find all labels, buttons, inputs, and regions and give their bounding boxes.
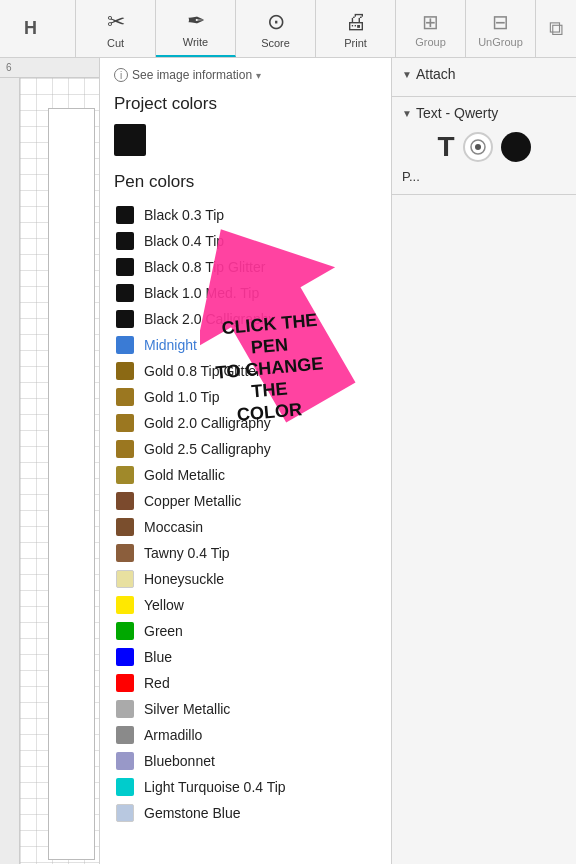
canvas-grid[interactable] [20,78,99,864]
color-list-item[interactable]: Green [114,618,377,644]
text-qwerty-label: Text - Qwerty [416,105,498,121]
color-list-item[interactable]: Gold 2.5 Calligraphy [114,436,377,462]
score-label: Score [261,37,290,49]
canvas-area: 6 [0,58,100,864]
color-list-item[interactable]: Gold 2.0 Calligraphy [114,410,377,436]
project-colors-title: Project colors [114,94,377,114]
toolbar-tools: ✂ Cut ✒ Write ⊙ Score 🖨 Print [76,0,396,57]
color-list-item[interactable]: Black 0.4 Tip [114,228,377,254]
cut-label: Cut [107,37,124,49]
color-dot [116,778,134,796]
pen-colors-section: Pen colors Black 0.3 TipBlack 0.4 TipBla… [114,172,377,826]
color-list-item[interactable]: Gold Metallic [114,462,377,488]
color-list-item[interactable]: Bluebonnet [114,748,377,774]
action-group[interactable]: ⊞ Group [396,0,466,57]
toolbar-left: H [0,0,76,57]
duplic-icon: ⧉ [549,17,563,40]
color-dot [116,752,134,770]
color-name-label: Red [144,675,170,691]
group-icon: ⊞ [422,10,439,34]
color-name-label: Black 0.4 Tip [144,233,224,249]
project-colors-section: Project colors [114,94,377,156]
attach-section: ▼ Attach [392,58,576,97]
color-list-item[interactable]: Midnight [114,332,377,358]
color-dot [116,726,134,744]
pen-colors-title: Pen colors [114,172,377,192]
action-duplic[interactable]: ⧉ [536,0,576,57]
color-list-item[interactable]: Gemstone Blue [114,800,377,826]
attach-triangle-icon: ▼ [402,69,412,80]
color-dot [116,414,134,432]
color-name-label: Midnight [144,337,197,353]
color-list-item[interactable]: Tawny 0.4 Tip [114,540,377,566]
tool-print[interactable]: 🖨 Print [316,0,396,57]
color-dot [116,310,134,328]
text-qwerty-header: ▼ Text - Qwerty [402,105,566,121]
ungroup-label: UnGroup [478,36,523,48]
color-list-item[interactable]: Blue [114,644,377,670]
chevron-down-icon: ▾ [256,70,261,81]
main-area: 6 i See image information ▾ Project colo… [0,58,576,864]
color-name-label: Gold 0.8 Tip Glitter [144,363,261,379]
pen-circle-button[interactable] [463,132,493,162]
toolbar-h-label: H [24,18,37,39]
color-dot [116,284,134,302]
tool-cut[interactable]: ✂ Cut [76,0,156,57]
ruler-number: 6 [6,62,12,73]
color-list-item[interactable]: Armadillo [114,722,377,748]
color-list-item[interactable]: Gold 1.0 Tip [114,384,377,410]
ruler-top: 6 [0,58,99,78]
color-list-item[interactable]: Yellow [114,592,377,618]
group-label: Group [415,36,446,48]
color-dot [116,544,134,562]
color-list-item[interactable]: Black 2.0 Calligraphy [114,306,377,332]
color-dot [116,362,134,380]
color-dot [116,518,134,536]
color-dot [116,700,134,718]
color-name-label: Gold Metallic [144,467,225,483]
color-list-item[interactable]: Honeysuckle [114,566,377,592]
right-panel: ▼ Attach ▼ Text - Qwerty T P... [391,58,576,864]
color-name-label: Black 0.8 Tip Glitter [144,259,265,275]
color-name-label: Black 0.3 Tip [144,207,224,223]
text-qwerty-row: T [402,127,566,167]
svg-point-1 [475,144,481,150]
color-name-label: Gold 2.5 Calligraphy [144,441,271,457]
text-qwerty-section: ▼ Text - Qwerty T P... [392,97,576,195]
color-dot [116,674,134,692]
color-list-item[interactable]: Light Turquoise 0.4 Tip [114,774,377,800]
color-name-label: Gold 1.0 Tip [144,389,220,405]
info-icon: i [114,68,128,82]
tool-score[interactable]: ⊙ Score [236,0,316,57]
color-list-item[interactable]: Copper Metallic [114,488,377,514]
color-name-label: Gemstone Blue [144,805,241,821]
color-list-item[interactable]: Silver Metallic [114,696,377,722]
color-name-label: Bluebonnet [144,753,215,769]
color-list-item[interactable]: Moccasin [114,514,377,540]
color-dot [116,388,134,406]
color-list-item[interactable]: Black 1.0 Med. Tip [114,280,377,306]
color-list-item[interactable]: Black 0.3 Tip [114,202,377,228]
color-list-item[interactable]: Black 0.8 Tip Glitter [114,254,377,280]
color-dot [116,258,134,276]
color-name-label: Light Turquoise 0.4 Tip [144,779,286,795]
color-dot [116,596,134,614]
print-label: Print [344,37,367,49]
pen-icon [470,139,486,155]
color-name-label: Honeysuckle [144,571,224,587]
color-name-label: Gold 2.0 Calligraphy [144,415,271,431]
action-ungroup[interactable]: ⊟ UnGroup [466,0,536,57]
color-list-item[interactable]: Red [114,670,377,696]
color-dot [116,466,134,484]
see-image-info-bar[interactable]: i See image information ▾ [114,68,377,82]
color-name-label: Silver Metallic [144,701,230,717]
color-circle-black[interactable] [501,132,531,162]
text-T-label: T [437,131,454,163]
color-name-label: Black 2.0 Calligraphy [144,311,276,327]
color-list-item[interactable]: Gold 0.8 Tip Glitter [114,358,377,384]
tool-write[interactable]: ✒ Write [156,0,236,57]
project-color-swatch-black[interactable] [114,124,146,156]
see-image-info-label: See image information [132,68,252,82]
print-icon: 🖨 [345,9,367,35]
attach-label: Attach [416,66,456,82]
